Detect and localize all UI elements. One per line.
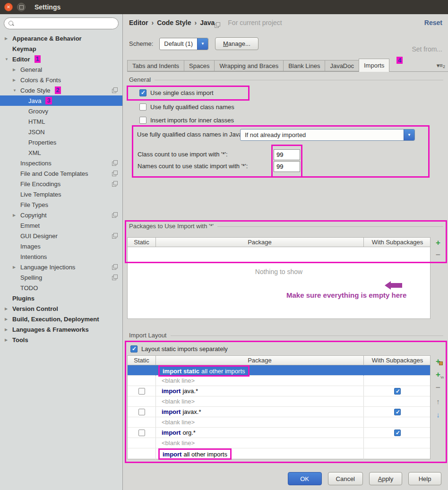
maximize-icon[interactable] — [17, 3, 26, 11]
set-from-link[interactable]: Set from... — [412, 45, 442, 53]
tab-blank-lines[interactable]: Blank Lines — [283, 60, 325, 71]
table-row[interactable]: importjavax.* — [128, 407, 430, 417]
use-fully-qualified-checkbox[interactable]: Use fully qualified class names — [139, 103, 234, 111]
tab-tabs-and-indents[interactable]: Tabs and Indents — [127, 60, 184, 71]
tab-javadoc[interactable]: JavaDoc — [325, 60, 359, 71]
sidebar-item-language-injections[interactable]: Language Injections — [0, 262, 122, 272]
search-box[interactable] — [4, 17, 119, 29]
sidebar-item-file-encodings[interactable]: File Encodings — [0, 179, 122, 189]
sidebar-item-plugins[interactable]: Plugins — [0, 293, 122, 303]
sidebar-item-file-types[interactable]: File Types — [0, 199, 122, 210]
add-blank-line-button[interactable]: + — [432, 370, 444, 380]
sidebar-item-languages-frameworks[interactable]: Languages & Frameworks — [0, 324, 122, 335]
table-row[interactable]: importjava.* — [128, 386, 430, 396]
tab-list-icon[interactable]: 2 — [437, 62, 445, 69]
names-count-label: Names count to use static import with '*… — [138, 163, 248, 170]
chevron-down-icon — [5, 57, 12, 61]
sidebar-item-code-style[interactable]: Code Style2 — [0, 85, 122, 95]
sidebar-item-live-templates[interactable]: Live Templates — [0, 189, 122, 199]
table-row[interactable]: importall other imports — [128, 448, 430, 459]
javadoc-qualified-select[interactable]: If not already imported — [240, 129, 415, 141]
sidebar-item-xml[interactable]: XML — [0, 147, 122, 158]
checkbox-checked-icon[interactable] — [394, 388, 401, 395]
apply-button[interactable]: Apply — [369, 472, 402, 485]
remove-entry-button[interactable]: − — [432, 383, 444, 393]
tab-spaces[interactable]: Spaces — [184, 60, 214, 71]
class-count-input[interactable] — [274, 149, 300, 160]
sidebar-item-groovy[interactable]: Groovy — [0, 106, 122, 116]
remove-package-button[interactable]: − — [432, 250, 444, 260]
sidebar-item-images[interactable]: Images — [0, 241, 122, 251]
chevron-right-icon — [13, 78, 20, 82]
sidebar-item-inspections[interactable]: Inspections — [0, 158, 122, 168]
ok-button[interactable]: OK — [288, 472, 322, 485]
import-layout-table-header: Static Package With Subpackages — [127, 355, 431, 365]
checkbox-unchecked-icon[interactable] — [138, 430, 145, 436]
class-count-label: Class count to use import with '*': — [138, 151, 228, 158]
tab-imports[interactable]: Imports — [359, 59, 389, 72]
add-package-button[interactable]: + — [432, 238, 444, 248]
names-count-input[interactable] — [274, 161, 300, 172]
sidebar-item-emmet[interactable]: Emmet — [0, 220, 122, 231]
per-project-icon — [112, 275, 118, 280]
close-icon[interactable] — [4, 3, 13, 11]
checkbox-checked-icon[interactable] — [139, 89, 146, 96]
move-up-button[interactable]: ↑ — [432, 396, 444, 406]
sidebar-item-file-code-templates[interactable]: File and Code Templates — [0, 168, 122, 179]
checkbox-checked-icon[interactable] — [394, 430, 401, 436]
sidebar-item-tools[interactable]: Tools — [0, 335, 122, 345]
general-group-label: General — [129, 76, 443, 83]
table-row[interactable]: <blank line> — [128, 417, 430, 428]
sidebar-item-intentions[interactable]: Intentions — [0, 251, 122, 262]
reset-link[interactable]: Reset — [424, 19, 442, 26]
column-with-subpackages: With Subpackages — [364, 356, 431, 365]
breadcrumb-java[interactable]: Java — [191, 19, 215, 26]
sidebar-item-spelling[interactable]: Spelling — [0, 272, 122, 283]
sidebar-item-json[interactable]: JSON — [0, 127, 122, 137]
sidebar-item-todo[interactable]: TODO — [0, 283, 122, 293]
table-row[interactable]: <blank line> — [128, 376, 430, 386]
help-button[interactable]: Help — [408, 472, 441, 485]
sidebar-item-version-control[interactable]: Version Control — [0, 303, 122, 314]
sidebar-item-general[interactable]: General — [0, 64, 122, 75]
search-input[interactable] — [14, 20, 118, 27]
insert-imports-inner-classes-checkbox[interactable]: Insert imports for inner classes — [139, 117, 234, 124]
table-row[interactable]: import staticall other imports — [128, 365, 430, 376]
add-package-button[interactable]: + — [432, 356, 444, 367]
checkbox-unchecked-icon[interactable] — [139, 103, 146, 111]
sidebar-item-appearance-behavior[interactable]: Appearance & Behavior — [0, 33, 122, 43]
table-row[interactable]: <blank line> — [128, 438, 430, 448]
sidebar-item-copyright[interactable]: Copyright — [0, 210, 122, 220]
table-row[interactable]: importorg.* — [128, 428, 430, 438]
sidebar-item-properties[interactable]: Properties — [0, 137, 122, 147]
use-single-class-import-checkbox[interactable]: Use single class import — [139, 89, 214, 96]
chevron-right-icon — [13, 213, 20, 217]
breadcrumb-editor[interactable]: Editor — [129, 19, 148, 26]
checkbox-checked-icon[interactable] — [394, 409, 401, 415]
sidebar-item-colors-fonts[interactable]: Colors & Fonts — [0, 75, 122, 85]
sidebar-item-java[interactable]: Java3 — [0, 95, 122, 106]
settings-main-panel: Editor Code Style Java For current proje… — [123, 14, 448, 490]
checkbox-unchecked-icon[interactable] — [138, 409, 145, 415]
scheme-select[interactable]: Default (1) — [159, 38, 208, 50]
sidebar-item-editor[interactable]: Editor1 — [0, 54, 122, 64]
move-down-button[interactable]: ↓ — [432, 409, 444, 420]
sidebar-item-build-execution-deployment[interactable]: Build, Execution, Deployment — [0, 314, 122, 324]
table-row[interactable]: <blank line> — [128, 396, 430, 407]
cancel-button[interactable]: Cancel — [328, 472, 363, 485]
checkbox-unchecked-icon[interactable] — [138, 388, 145, 395]
sidebar-item-gui-designer[interactable]: GUI Designer — [0, 231, 122, 241]
chevron-right-icon — [5, 36, 12, 41]
layout-static-imports-checkbox[interactable]: Layout static imports separately — [130, 345, 228, 352]
checkbox-checked-icon[interactable] — [130, 345, 138, 352]
javadoc-qualified-row: Use fully qualified class names in JavaD… — [137, 131, 255, 138]
tab-wrapping-and-braces[interactable]: Wrapping and Braces — [214, 60, 283, 71]
packages-table: Static Package With Subpackages Nothing … — [127, 237, 431, 319]
sidebar-item-html[interactable]: HTML — [0, 116, 122, 127]
search-icon — [9, 21, 14, 26]
sidebar-item-keymap[interactable]: Keymap — [0, 43, 122, 54]
breadcrumb-code-style[interactable]: Code Style — [148, 19, 191, 26]
code-style-tabbar: Tabs and Indents Spaces Wrapping and Bra… — [127, 59, 448, 72]
checkbox-unchecked-icon[interactable] — [139, 117, 146, 124]
manage-button[interactable]: Manage... — [215, 37, 258, 50]
